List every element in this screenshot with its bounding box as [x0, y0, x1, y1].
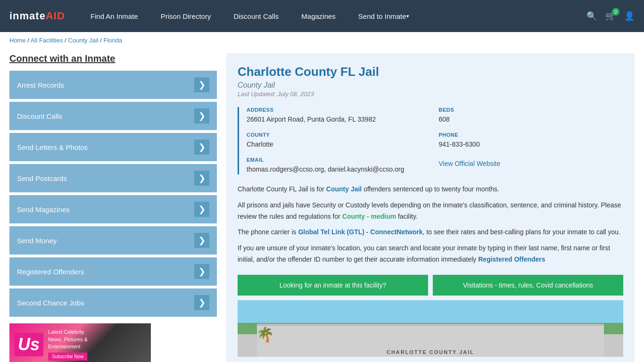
ad-logo: Us	[14, 333, 43, 356]
nav-links: Find An Inmate Prison Directory Discount…	[79, 0, 586, 32]
content-area: Charlotte County FL Jail County Jail Las…	[226, 53, 635, 362]
arrow-icon: ❯	[194, 202, 209, 217]
sidebar-send-money[interactable]: Send Money ❯	[9, 226, 217, 255]
cart-icon[interactable]: 🛒 0	[605, 11, 616, 21]
main-container: Connect with an Inmate Arrest Records ❯ …	[0, 49, 644, 362]
ad-text: Latest Celebrity News, Pictures & Entert…	[48, 329, 88, 360]
arrow-icon: ❯	[194, 77, 209, 92]
sidebar-send-letters[interactable]: Send Letters & Photos ❯	[9, 133, 217, 161]
ad-banner: Us Latest Celebrity News, Pictures & Ent…	[9, 323, 151, 362]
arrow-icon: ❯	[194, 233, 209, 248]
breadcrumb: Home / All Facilities / County Jail / Fl…	[0, 32, 644, 49]
county-item: COUNTY Charlotte	[247, 132, 431, 149]
county-jail-link[interactable]: County Jail	[326, 185, 362, 193]
nav-prison-directory[interactable]: Prison Directory	[149, 0, 223, 32]
beds-label: BEDS	[439, 107, 624, 113]
registered-offenders-link[interactable]: Registered Offenders	[478, 255, 545, 263]
arrow-icon: ❯	[194, 140, 209, 155]
desc3: The phone carrier is Global Tel Link (GT…	[238, 227, 623, 238]
phone-label: PHONE	[439, 132, 624, 138]
county-value: Charlotte	[247, 140, 431, 149]
facility-card: Charlotte County FL Jail County Jail Las…	[226, 53, 635, 362]
arrow-icon: ❯	[194, 295, 209, 310]
address-value: 26601 Airport Road, Punta Gorda, FL 3398…	[247, 115, 431, 124]
cart-badge: 0	[612, 8, 619, 16]
facility-info-grid: ADDRESS 26601 Airport Road, Punta Gorda,…	[238, 107, 623, 174]
sidebar-registered-offenders[interactable]: Registered Offenders ❯	[9, 257, 217, 286]
breadcrumb-all-facilities[interactable]: All Facilities	[31, 37, 63, 44]
sidebar-send-postcards[interactable]: Send Postcards ❯	[9, 164, 217, 192]
beds-value: 608	[439, 115, 624, 124]
facility-subtitle: County Jail	[238, 81, 623, 90]
beds-item: BEDS 608	[439, 107, 624, 124]
building-facade: Charlotte County Jail	[257, 324, 604, 357]
sidebar: Connect with an Inmate Arrest Records ❯ …	[9, 53, 217, 362]
arrow-icon: ❯	[194, 108, 209, 123]
sidebar-discount-calls[interactable]: Discount Calls ❯	[9, 102, 217, 130]
building-image: 🌴 Charlotte County Jail	[238, 300, 623, 357]
visitations-button[interactable]: Visitations - times, rules, Covid cancel…	[433, 275, 623, 296]
nav-find-inmate[interactable]: Find An Inmate	[79, 0, 149, 32]
website-item: View Official Website	[439, 157, 624, 174]
breadcrumb-home[interactable]: Home	[9, 37, 26, 44]
nav-discount-calls[interactable]: Discount Calls	[222, 0, 290, 32]
phone-item: PHONE 941-833-6300	[439, 132, 624, 149]
address-item: ADDRESS 26601 Airport Road, Punta Gorda,…	[247, 107, 431, 124]
sidebar-send-magazines[interactable]: Send Magazines ❯	[9, 195, 217, 223]
facility-buttons: Looking for an inmate at this facility? …	[238, 275, 623, 296]
search-icon[interactable]: 🔍	[586, 11, 597, 21]
breadcrumb-florida[interactable]: Florida	[103, 37, 122, 44]
arrow-icon: ❯	[194, 264, 209, 279]
county-label: COUNTY	[247, 132, 431, 138]
email-label: EMAIL	[247, 157, 431, 163]
sidebar-arrest-records[interactable]: Arrest Records ❯	[9, 71, 217, 99]
email-item: EMAIL thomas.rodgers@ccso.org, daniel.ka…	[247, 157, 431, 174]
desc2: All prisons and jails have Security or C…	[238, 200, 623, 222]
facility-updated: Last Updated: July 08, 2023	[238, 90, 623, 98]
website-link[interactable]: View Official Website	[439, 160, 501, 167]
county-medium-link[interactable]: County - medium	[342, 213, 396, 220]
address-label: ADDRESS	[247, 107, 431, 113]
nav-send-to-inmate[interactable]: Send to Inmate	[347, 0, 421, 32]
gtl-link[interactable]: Global Tel Link (GTL) - ConnectNetwork	[298, 228, 422, 236]
nav-icons: 🔍 🛒 0 👤	[586, 11, 635, 21]
logo[interactable]: inmateAID	[9, 10, 65, 22]
sidebar-second-chance-jobs[interactable]: Second Chance Jobs ❯	[9, 288, 217, 317]
arrow-icon: ❯	[194, 171, 209, 186]
sidebar-title: Connect with an Inmate	[9, 53, 217, 64]
desc4: If you are unsure of your inmate's locat…	[238, 243, 623, 265]
ad-subscribe-button[interactable]: Subscribe Now	[48, 353, 87, 361]
navigation: inmateAID Find An Inmate Prison Director…	[0, 0, 644, 32]
nav-magazines[interactable]: Magazines	[290, 0, 347, 32]
email-value: thomas.rodgers@ccso.org, daniel.kacynski…	[247, 165, 431, 174]
facility-title: Charlotte County FL Jail	[238, 65, 623, 79]
palm-tree-icon: 🌴	[256, 326, 274, 343]
desc1: Charlotte County FL Jail is for County J…	[238, 184, 623, 195]
breadcrumb-county-jail[interactable]: County Jail	[68, 37, 98, 44]
user-icon[interactable]: 👤	[624, 11, 635, 21]
phone-value: 941-833-6300	[439, 140, 624, 149]
find-inmate-button[interactable]: Looking for an inmate at this facility?	[238, 275, 428, 296]
